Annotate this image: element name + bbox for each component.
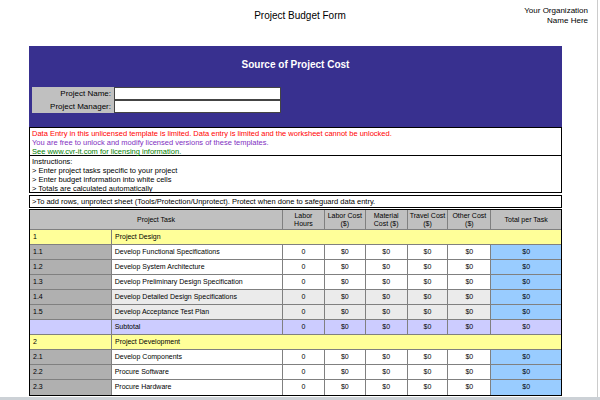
cost-entry-cell[interactable]: $0 <box>325 290 366 305</box>
cost-entry-cell[interactable]: $0 <box>448 275 491 290</box>
cost-entry-cell[interactable]: $0 <box>448 245 491 260</box>
total-per-task-cell: $0 <box>491 305 561 320</box>
cost-entry-cell[interactable]: 0 <box>283 380 325 395</box>
cost-entry-cell[interactable]: $0 <box>448 305 491 320</box>
cost-entry-cell[interactable]: $0 <box>408 380 449 395</box>
row-number-cell: 2 <box>30 335 112 350</box>
cost-entry-cell[interactable]: 0 <box>283 290 325 305</box>
cost-entry-cell[interactable]: $0 <box>366 245 408 260</box>
task-name-cell[interactable]: Develop Acceptance Test Plan <box>112 305 283 320</box>
cost-entry-cell[interactable]: $0 <box>325 275 366 290</box>
cost-entry-cell[interactable]: 0 <box>283 365 325 380</box>
cost-entry-cell[interactable]: $0 <box>366 365 408 380</box>
cost-entry-cell[interactable]: $0 <box>408 365 449 380</box>
page-title: Project Budget Form <box>0 10 600 21</box>
cost-entry-cell[interactable]: $0 <box>325 245 366 260</box>
cost-entry-cell[interactable]: $0 <box>366 380 408 395</box>
source-of-cost-banner: Source of Project Cost Project Name: Pro… <box>29 46 562 127</box>
license-notice-link-line: See www.cvr-it.com for licensing informa… <box>32 147 559 156</box>
cost-entry-cell[interactable]: $0 <box>448 365 491 380</box>
cost-entry-cell[interactable]: $0 <box>325 350 366 365</box>
cost-entry-cell[interactable]: $0 <box>366 305 408 320</box>
task-name-cell[interactable]: Procure Software <box>112 365 283 380</box>
cost-entry-cell[interactable]: $0 <box>408 245 449 260</box>
row-number-cell: 1.3 <box>30 275 112 290</box>
task-row: 2.2Procure Software0$0$0$0$0$0 <box>30 365 561 380</box>
column-header-travel-cost: Travel Cost ($) <box>408 210 449 230</box>
task-name-cell[interactable]: Develop Detailed Design Specifications <box>112 290 283 305</box>
cost-entry-cell[interactable]: $0 <box>325 380 366 395</box>
row-number-cell: 2.3 <box>30 380 112 395</box>
total-per-task-cell: $0 <box>491 350 561 365</box>
total-per-task-cell: $0 <box>491 245 561 260</box>
cost-entry-cell[interactable]: 0 <box>283 305 325 320</box>
instructions-heading: Instructions: <box>32 157 559 166</box>
section-row: 2Project Development <box>30 335 561 350</box>
subtotal-row: Subtotal0$0$0$0$0$0 <box>30 320 561 335</box>
cost-entry-cell[interactable]: $0 <box>366 260 408 275</box>
task-name-cell[interactable]: Develop Functional Specifications <box>112 245 283 260</box>
task-name-cell[interactable]: Procure Hardware <box>112 380 283 395</box>
cost-entry-cell[interactable]: $0 <box>408 350 449 365</box>
total-per-task-cell: $0 <box>491 365 561 380</box>
cost-entry-cell[interactable]: 0 <box>283 260 325 275</box>
cost-entry-cell[interactable]: 0 <box>283 245 325 260</box>
cost-entry-cell[interactable]: $0 <box>366 350 408 365</box>
cost-entry-cell[interactable]: $0 <box>366 290 408 305</box>
task-name-cell[interactable]: Develop System Architecture <box>112 260 283 275</box>
cost-entry-cell[interactable]: $0 <box>448 260 491 275</box>
cost-entry-cell: $0 <box>448 320 491 335</box>
project-manager-label: Project Manager: <box>32 100 114 113</box>
sheet-right-edge <box>597 0 598 397</box>
project-name-input[interactable] <box>114 87 281 100</box>
row-number-cell: 1.5 <box>30 305 112 320</box>
cost-entry-cell[interactable]: $0 <box>325 365 366 380</box>
organization-name: Your Organization Name Here <box>524 6 588 26</box>
cost-entry-cell[interactable]: $0 <box>325 305 366 320</box>
instruction-item: > Enter project tasks specific to your p… <box>32 166 559 175</box>
task-name-cell[interactable]: Develop Preliminary Design Specification <box>112 275 283 290</box>
add-rows-note: >To add rows, unprotect sheet (Tools/Pro… <box>29 195 562 208</box>
cost-entry-cell[interactable]: $0 <box>325 260 366 275</box>
section-title-cell: Project Design <box>112 230 561 245</box>
row-number-cell: 2.2 <box>30 365 112 380</box>
total-per-task-cell: $0 <box>491 380 561 395</box>
cost-entry-cell[interactable]: $0 <box>408 290 449 305</box>
total-per-task-cell: $0 <box>491 275 561 290</box>
column-header-other-cost: Other Cost ($) <box>448 210 491 230</box>
task-row: 1.5Develop Acceptance Test Plan0$0$0$0$0… <box>30 305 561 320</box>
license-notice-line2: You are free to unlock and modify licens… <box>32 138 559 147</box>
cost-entry-cell[interactable]: $0 <box>448 380 491 395</box>
instruction-item: > Totals are calculated automatically <box>32 184 559 193</box>
banner-title: Source of Project Cost <box>29 59 562 70</box>
cost-entry-cell[interactable]: $0 <box>366 275 408 290</box>
row-number-cell: 1.4 <box>30 290 112 305</box>
cost-entry-cell[interactable]: $0 <box>448 350 491 365</box>
project-name-row: Project Name: <box>32 87 281 100</box>
cost-entry-cell[interactable]: $0 <box>408 275 449 290</box>
row-number-cell: 1.2 <box>30 260 112 275</box>
task-row: 2.3Procure Hardware0$0$0$0$0$0 <box>30 380 561 395</box>
row-number-cell: 2.1 <box>30 350 112 365</box>
task-row: 1.2Develop System Architecture0$0$0$0$0$… <box>30 260 561 275</box>
row-number-cell: 1 <box>30 230 112 245</box>
cost-entry-cell[interactable]: $0 <box>408 260 449 275</box>
license-notice-box: Data Entry in this unlicensed template i… <box>29 127 562 156</box>
project-manager-input[interactable] <box>114 100 281 113</box>
page-background: Project Budget Form Your Organization Na… <box>0 0 600 400</box>
column-header-material-cost: Material Cost ($) <box>366 210 408 230</box>
cost-entry-cell[interactable]: 0 <box>283 350 325 365</box>
license-notice-line1: Data Entry in this unlicensed template i… <box>32 129 559 138</box>
project-manager-row: Project Manager: <box>32 100 281 113</box>
task-row: 1.3Develop Preliminary Design Specificat… <box>30 275 561 290</box>
cost-entry-cell[interactable]: $0 <box>408 305 449 320</box>
column-header-labor-hours: Labor Hours <box>283 210 325 230</box>
cost-entry-cell: $0 <box>408 320 449 335</box>
task-name-cell[interactable]: Develop Components <box>112 350 283 365</box>
column-header-labor-cost: Labor Cost ($) <box>325 210 366 230</box>
cost-entry-cell[interactable]: 0 <box>283 275 325 290</box>
budget-table: Project Task Labor Hours Labor Cost ($) … <box>29 209 562 396</box>
row-number-cell <box>30 320 112 335</box>
organization-name-line2: Name Here <box>524 16 588 26</box>
cost-entry-cell[interactable]: $0 <box>448 290 491 305</box>
